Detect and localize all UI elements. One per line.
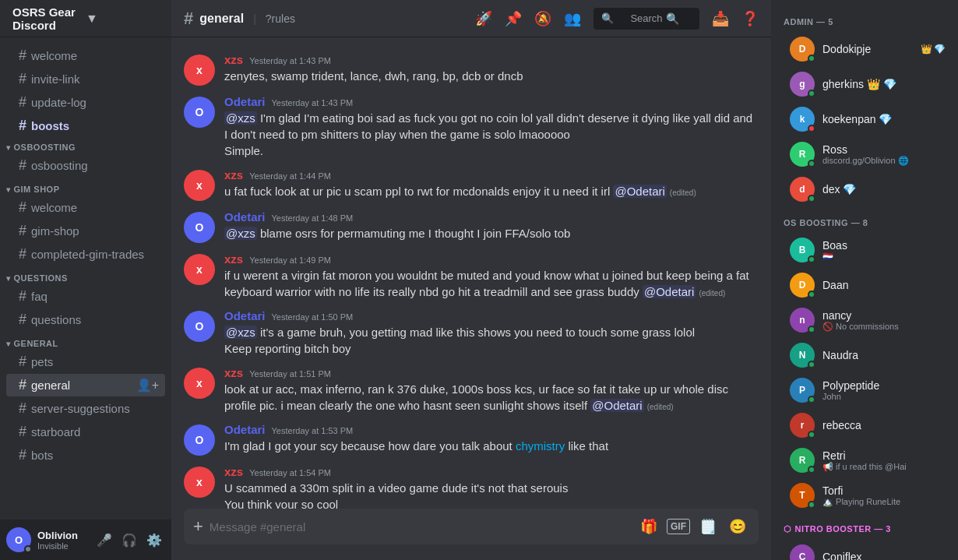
member-info: Torfi 🏔️ Playing RuneLite [822,484,946,507]
gift-button[interactable]: 🎁 [637,515,660,538]
message-header: xzs Yesterday at 1:44 PM [224,168,759,181]
member-item-naudra[interactable]: N Naudra [777,338,952,372]
member-item[interactable]: k koekenpan 💎 [777,102,952,136]
server-header[interactable]: OSRS Gear Discord ▼ [0,0,171,37]
headset-button[interactable]: 🎧 [118,530,140,551]
emoji-button[interactable]: 😊 [726,515,749,538]
channel-item-bots[interactable]: # bots [6,444,165,467]
member-name: koekenpan 💎 [822,113,946,125]
hash-icon: # [19,424,26,440]
pin-icon[interactable]: 📌 [505,10,522,27]
message-group: O Odetari Yesterday at 1:43 PM @xzs I'm … [171,92,771,162]
sticker-button[interactable]: 🗒️ [696,515,720,538]
member-name: Retri [822,449,946,462]
channel-item-boosts[interactable]: # boosts [6,114,165,137]
channel-item-pets[interactable]: # pets [6,350,165,373]
avatar: x [184,55,215,86]
member-item-boas[interactable]: B Boas 🇳🇱 [777,233,952,267]
member-name: Torfi [822,484,946,497]
channel-item-faq[interactable]: # faq [6,285,165,308]
message-input[interactable] [210,512,637,542]
mention: @xzs [224,111,257,125]
member-item[interactable]: D Dodokipje 👑 💎 [777,32,952,66]
message-text-extra: You think your so cool [224,496,759,509]
input-wrapper: + 🎁 GIF 🗒️ 😊 [184,509,759,544]
status-dot [808,361,815,368]
message-time: Yesterday at 1:54 PM [249,468,331,477]
member-item-torfi[interactable]: T Torfi 🏔️ Playing RuneLite [777,478,952,512]
member-avatar: D [790,273,815,298]
section-arrow: ▾ [6,143,11,152]
channel-item-server-suggestions[interactable]: # server-suggestions [6,397,165,420]
member-name: Polypeptide [822,379,946,392]
channel-label: starboard [31,425,80,438]
member-item-daan[interactable]: D Daan [777,268,952,302]
channel-item-update-log[interactable]: # update-log [6,91,165,114]
member-item-retri[interactable]: R Retri 📢 if u read this @Hai [777,443,952,477]
members-section-osboosting: OS BOOSTING — 8 B Boas 🇳🇱 D Daan n nancy [771,213,958,513]
channel-label: completed-gim-trades [31,248,144,261]
section-label: OSBOOSTING [14,143,76,152]
member-avatar: T [790,483,815,508]
messages-container: x xzs Yesterday at 1:43 PM zenytes, swam… [171,37,771,509]
dnd-icon[interactable]: 🔕 [534,10,551,27]
hash-icon: # [19,377,26,393]
member-item[interactable]: R Ross discord.gg/Oblivion 🌐 [777,137,952,171]
message-group: O Odetari Yesterday at 1:53 PM I'm glad … [171,420,771,459]
channel-item-gim-welcome[interactable]: # welcome [6,196,165,219]
channel-item-osboosting[interactable]: # osboosting [6,154,165,177]
message-username: Odetari [224,423,266,436]
hash-icon: # [19,71,26,87]
channel-label: general [31,379,70,392]
avatar: O [6,527,31,552]
member-item[interactable]: d dex 💎 [777,172,952,206]
member-info: koekenpan 💎 [822,113,946,125]
hash-icon: # [19,223,26,239]
search-bar[interactable]: 🔍 Search 🔍 [593,8,699,30]
inbox-icon[interactable]: 📥 [712,10,729,27]
mention: @xzs [224,326,257,339]
member-info: nancy 🚫 No commissions [822,309,946,332]
avatar: O [184,97,215,128]
status-dot [808,466,815,474]
highlight-text: chymistry [516,439,565,453]
channel-item-questions[interactable]: # questions [6,308,165,331]
members-icon[interactable]: 👥 [564,10,581,27]
chat-header: # general | ?rules 🚀 📌 🔕 👥 🔍 Search 🔍 📥 … [171,0,771,37]
member-item-rebecca[interactable]: r rebecca [777,408,952,442]
member-item-coniflex[interactable]: C Coniflex [777,540,952,560]
settings-button[interactable]: ⚙️ [143,530,165,551]
message-time: Yesterday at 1:44 PM [249,171,331,181]
member-item[interactable]: g gherkins 👑 💎 [777,67,952,101]
section-header-osboosting: OS BOOSTING — 8 [771,213,958,232]
channel-item-welcome[interactable]: # welcome [6,44,165,67]
member-info: Coniflex [822,551,946,560]
add-members-icon[interactable]: 👤+ [136,378,159,393]
boost-icon[interactable]: 🚀 [475,10,492,27]
member-item-nancy[interactable]: n nancy 🚫 No commissions [777,303,952,337]
member-name: Ross [822,143,946,156]
member-item-polypeptide[interactable]: P Polypeptide John [777,373,952,407]
rules-label[interactable]: ?rules [266,12,295,25]
section-header-gim-shop[interactable]: ▾ GIM SHOP [0,180,171,195]
channel-item-completed-gim-trades[interactable]: # completed-gim-trades [6,243,165,266]
attach-button[interactable]: + [193,509,203,544]
message-username: xzs [224,366,243,379]
message-group: x xzs Yesterday at 1:54 PM U scammed a 3… [171,462,771,509]
section-header-questions[interactable]: ▾ QUESTIONS [0,269,171,284]
channel-item-starboard[interactable]: # starboard [6,421,165,443]
member-name: Coniflex [822,551,946,560]
channel-item-gim-shop[interactable]: # gim-shop [6,220,165,242]
message-input-area: + 🎁 GIF 🗒️ 😊 [171,509,771,560]
section-header-general[interactable]: ▾ GENERAL [0,334,171,350]
channel-item-general[interactable]: # general 👤+ [6,374,165,396]
section-header-osboosting[interactable]: ▾ OSBOOSTING [0,138,171,153]
status-dot [808,195,815,203]
mic-button[interactable]: 🎤 [93,530,115,551]
help-icon[interactable]: ❓ [741,10,759,27]
gif-button[interactable]: GIF [667,519,690,534]
channel-item-invite-link[interactable]: # invite-link [6,68,165,90]
member-info: rebecca [822,419,946,431]
channel-list: # welcome # invite-link # update-log # b… [0,37,171,519]
mention: @Odetari [613,185,666,198]
